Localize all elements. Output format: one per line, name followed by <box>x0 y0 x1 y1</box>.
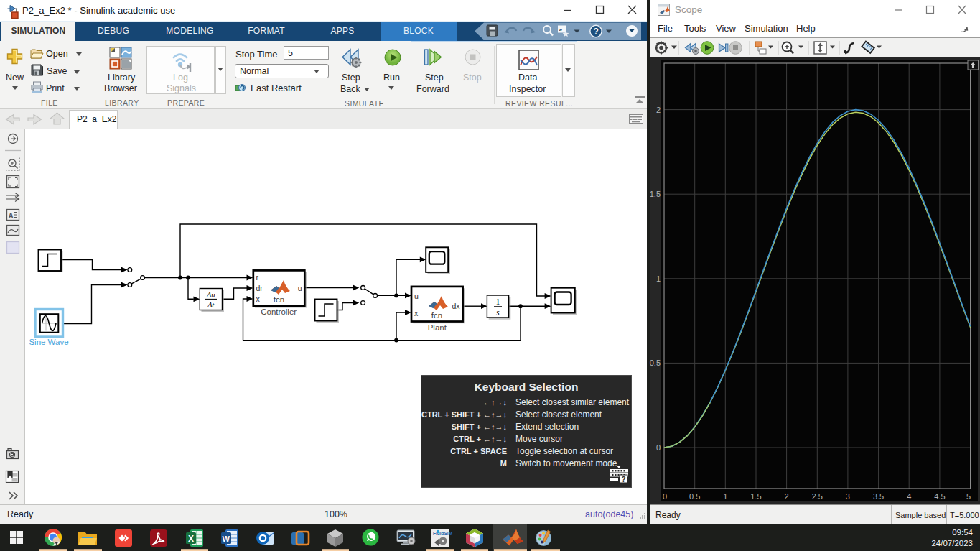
svg-text:0.5: 0.5 <box>689 492 700 501</box>
svg-text:dr: dr <box>256 284 263 292</box>
svg-text:Sine Wave: Sine Wave <box>29 338 68 346</box>
svg-text:2.5: 2.5 <box>812 492 823 501</box>
svg-text:dx: dx <box>452 302 460 310</box>
svg-text:?: ? <box>622 476 626 483</box>
svg-text:3: 3 <box>846 492 850 501</box>
svg-text:1: 1 <box>723 492 727 501</box>
svg-text:2: 2 <box>656 106 661 114</box>
svg-text:0.5: 0.5 <box>650 358 661 367</box>
svg-text:1: 1 <box>495 297 500 307</box>
svg-text:fcn: fcn <box>431 311 442 320</box>
svg-text:Δt: Δt <box>207 301 215 309</box>
svg-text:r: r <box>256 273 259 282</box>
svg-text:0: 0 <box>663 492 667 501</box>
svg-text:fcn: fcn <box>274 295 284 304</box>
svg-text:1.5: 1.5 <box>750 492 761 501</box>
svg-text:u: u <box>298 284 302 292</box>
svg-text:1: 1 <box>656 274 661 283</box>
svg-text:Plant: Plant <box>428 323 447 332</box>
svg-text:2: 2 <box>785 492 789 501</box>
svg-text:A: A <box>9 212 14 220</box>
svg-text:?: ? <box>594 27 599 37</box>
svg-text:1.5: 1.5 <box>650 190 661 198</box>
svg-text:4: 4 <box>907 492 911 501</box>
svg-text:0: 0 <box>656 443 661 452</box>
svg-text:u: u <box>414 292 419 300</box>
svg-text:Controller: Controller <box>261 307 297 316</box>
svg-text:5: 5 <box>966 492 971 501</box>
svg-text:x: x <box>256 295 261 303</box>
svg-text:4.5: 4.5 <box>934 492 945 501</box>
svg-text:s: s <box>496 307 500 318</box>
svg-text:3.5: 3.5 <box>873 492 884 501</box>
svg-text:»: » <box>559 27 563 33</box>
svg-text:Δu: Δu <box>206 291 215 299</box>
svg-text:x: x <box>414 309 419 318</box>
